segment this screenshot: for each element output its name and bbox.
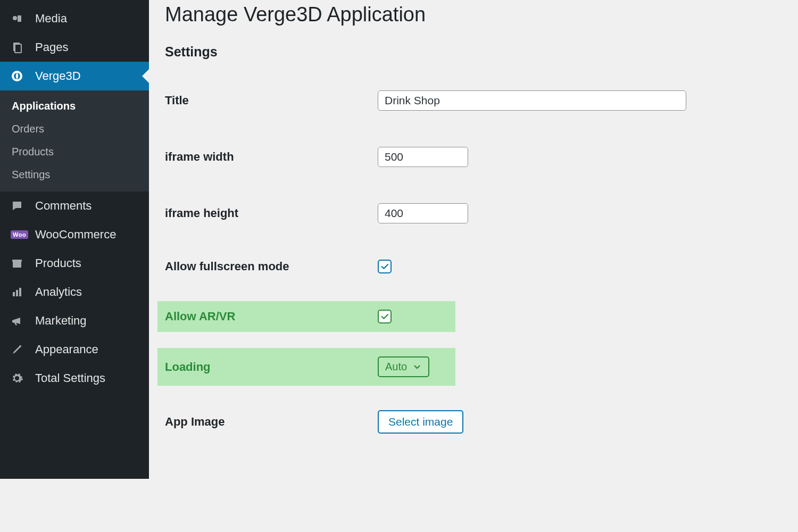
gear-icon [11,372,28,385]
select-loading-value: Auto [385,361,407,373]
label-iframe-width: iframe width [165,150,378,164]
label-loading: Loading [165,360,378,374]
svg-rect-10 [19,288,21,296]
svg-point-0 [13,16,17,20]
pages-icon [11,41,28,54]
sidebar-item-appearance[interactable]: Appearance [0,335,149,364]
sidebar-item-woocommerce[interactable]: Woo WooCommerce [0,220,149,249]
row-app-image: App Image Select image [165,402,702,442]
select-image-button[interactable]: Select image [378,410,463,434]
comments-icon [11,200,28,212]
label-iframe-height: iframe height [165,206,378,220]
sidebar-item-label: Appearance [35,343,98,356]
svg-rect-7 [12,260,22,262]
sidebar-item-label: Marketing [35,314,87,328]
sidebar-item-label: Pages [35,40,68,54]
row-iframe-width: iframe width [165,138,702,176]
label-arvr: Allow AR/VR [165,310,378,323]
checkbox-fullscreen[interactable] [378,260,392,273]
sidebar-item-label: Products [35,256,81,270]
select-loading[interactable]: Auto [378,356,429,377]
row-arvr: Allow AR/VR [157,301,455,332]
sidebar-item-label: Analytics [35,285,82,299]
page-title: Manage Verge3D Application [165,3,702,26]
sidebar-item-label: Media [35,12,67,26]
woocommerce-icon: Woo [11,230,28,239]
sidebar-item-products[interactable]: Products [0,249,149,278]
media-icon [11,12,28,25]
sidebar-item-analytics[interactable]: Analytics [0,278,149,306]
sidebar-sub-products[interactable]: Products [0,140,149,163]
svg-rect-3 [15,44,21,53]
label-title: Title [165,94,378,107]
sidebar-sub-orders[interactable]: Orders [0,118,149,140]
sidebar-item-label: Verge3D [35,69,81,83]
sidebar-sub-settings[interactable]: Settings [0,163,149,186]
row-iframe-height: iframe height [165,195,702,232]
section-title: Settings [165,44,702,60]
svg-rect-1 [18,15,21,22]
check-icon [380,262,389,271]
sidebar-sub-applications[interactable]: Applications [0,95,149,118]
sidebar-item-label: WooCommerce [35,228,116,242]
sidebar-item-pages[interactable]: Pages [0,33,149,62]
label-fullscreen: Allow fullscreen mode [165,260,378,273]
svg-rect-6 [13,261,21,268]
sidebar-item-label: Total Settings [35,371,105,385]
svg-rect-9 [16,290,18,296]
checkbox-arvr[interactable] [378,310,392,323]
input-iframe-height[interactable] [378,203,468,223]
sidebar-item-media[interactable]: Media [0,4,149,33]
sidebar-item-total-settings[interactable]: Total Settings [0,364,149,393]
sidebar-item-label: Comments [35,199,92,213]
marketing-icon [11,314,28,327]
sidebar-submenu-verge3d: Applications Orders Products Settings [0,90,149,192]
label-app-image: App Image [165,415,378,429]
svg-rect-8 [13,292,15,296]
row-loading: Loading Auto [157,348,455,386]
row-title: Title [165,82,702,119]
main-content: Manage Verge3D Application Settings Titl… [149,0,702,479]
products-icon [11,257,28,270]
svg-point-11 [19,345,21,347]
sidebar-item-verge3d[interactable]: Verge3D [0,62,149,90]
input-iframe-width[interactable] [378,147,468,167]
verge3d-icon [11,70,28,82]
check-icon [380,312,389,321]
analytics-icon [11,286,28,298]
sidebar-item-marketing[interactable]: Marketing [0,306,149,335]
appearance-icon [11,343,28,356]
input-title[interactable] [378,90,686,111]
admin-sidebar: Media Pages Verge3D Applications Orders … [0,0,149,479]
sidebar-item-comments[interactable]: Comments [0,192,149,220]
row-fullscreen: Allow fullscreen mode [165,251,702,282]
chevron-down-icon [412,362,422,372]
